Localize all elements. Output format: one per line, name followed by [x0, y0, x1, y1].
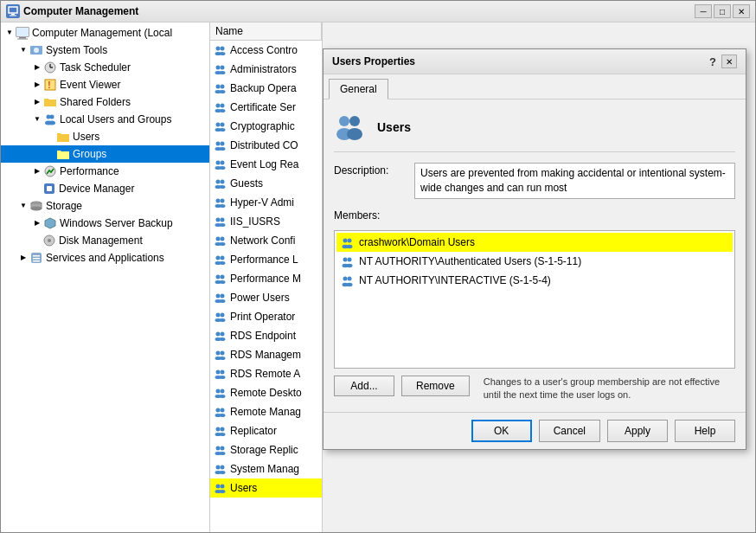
tree-item-groups-node[interactable]: Groups [1, 145, 209, 163]
tree-item-task-scheduler[interactable]: ▶ Task Scheduler [1, 59, 209, 76]
svg-point-132 [343, 238, 348, 242]
expand-arrow[interactable]: ▼ [32, 114, 42, 125]
dialog-close-button[interactable]: ✕ [721, 55, 737, 68]
dialog-help-icon[interactable]: ? [709, 55, 716, 68]
group-icon [214, 177, 227, 190]
tree-item-performance[interactable]: ▶ Performance [1, 163, 209, 180]
svg-point-107 [220, 395, 226, 398]
groups-folder-icon [56, 147, 70, 161]
tree-item-users-node[interactable]: Users [1, 128, 209, 145]
list-item[interactable]: IIS_IUSRS [210, 212, 322, 231]
list-item[interactable]: RDS Managem [210, 345, 322, 364]
tree-item-disk-management[interactable]: Disk Management [1, 232, 209, 249]
svg-point-48 [216, 123, 221, 127]
tab-general[interactable]: General [329, 79, 388, 100]
svg-point-44 [216, 104, 221, 108]
expand-arrow[interactable]: ▶ [32, 166, 42, 177]
svg-point-103 [220, 376, 226, 379]
device-manager-icon [42, 182, 56, 196]
list-item[interactable]: System Manag [210, 459, 322, 478]
ok-button[interactable]: OK [471, 420, 532, 442]
title-bar-buttons: ─ □ ✕ [695, 4, 750, 18]
list-item[interactable]: Power Users [210, 288, 322, 307]
group-icon [214, 43, 227, 57]
tree-item-services-apps[interactable]: ▶ Services and Applications [1, 249, 209, 266]
expand-arrow[interactable]: ▶ [32, 97, 42, 107]
help-button[interactable]: Help [675, 420, 735, 442]
list-item-label: Replicator [230, 423, 277, 439]
description-box[interactable]: Users are prevented from making accident… [414, 163, 735, 199]
member-item[interactable]: crashwork\Domain Users [336, 233, 733, 252]
list-item[interactable]: Print Operator [210, 307, 322, 326]
expand-arrow[interactable]: ▶ [32, 62, 42, 73]
member-icon [340, 234, 356, 250]
name-column-header[interactable]: Name [210, 22, 322, 40]
svg-point-89 [221, 313, 225, 318]
tab-bar: General [324, 74, 746, 100]
tree-item-event-viewer[interactable]: ▶ ! Event Viewer [1, 76, 209, 93]
svg-point-51 [220, 128, 226, 132]
tree-item-win-backup[interactable]: ▶ Windows Server Backup [1, 215, 209, 232]
list-item[interactable]: Cryptographic [210, 117, 322, 136]
members-list-box[interactable]: crashwork\Domain Users NT AUTHORITY\Auth… [334, 230, 735, 369]
apply-button[interactable]: Apply [607, 420, 668, 442]
svg-rect-1 [11, 14, 15, 16]
list-item[interactable]: Network Confi [210, 231, 322, 250]
list-item[interactable]: Remote Manag [210, 402, 322, 421]
list-item[interactable]: Administrators [210, 60, 322, 79]
svg-point-81 [221, 275, 225, 279]
tree-item-computer-mgmt[interactable]: ▼ Computer Management (Local [1, 24, 209, 42]
member-item[interactable]: NT AUTHORITY\Authenticated Users (S-1-5-… [336, 252, 733, 271]
tree-label: Windows Server Backup [60, 215, 173, 231]
list-item-label: Hyper-V Admi [230, 195, 294, 210]
services-icon [29, 251, 43, 265]
dialog-overlay: Users Properties ? ✕ General [323, 22, 755, 532]
maximize-button[interactable]: □ [714, 4, 731, 18]
cancel-button[interactable]: Cancel [539, 420, 600, 442]
tree-item-shared-folders[interactable]: ▶ Shared Folders [1, 93, 209, 111]
folder-icon [43, 95, 57, 109]
add-button[interactable]: Add... [334, 376, 394, 396]
tree-item-system-tools[interactable]: ▼ System Tools [1, 42, 209, 59]
list-item[interactable]: Distributed CO [210, 136, 322, 155]
member-item[interactable]: NT AUTHORITY\INTERACTIVE (S-1-5-4) [336, 271, 733, 290]
list-item[interactable]: Certificate Ser [210, 98, 322, 117]
minimize-button[interactable]: ─ [695, 4, 712, 18]
svg-rect-22 [47, 186, 52, 191]
list-item[interactable]: Event Log Rea [210, 155, 322, 174]
expand-arrow[interactable]: ▼ [18, 201, 29, 211]
list-item[interactable]: Performance L [210, 250, 322, 269]
list-item[interactable]: Remote Deskto [210, 383, 322, 402]
svg-point-59 [220, 166, 226, 170]
list-item[interactable]: RDS Remote A [210, 364, 322, 383]
list-panel: Name Access Contro Administrators Backup… [210, 22, 323, 532]
expand-arrow[interactable]: ▶ [18, 253, 29, 263]
list-item[interactable]: Backup Opera [210, 79, 322, 98]
list-item[interactable]: Access Contro [210, 41, 322, 60]
tree-label: Device Manager [59, 181, 134, 196]
list-item[interactable]: Storage Replic [210, 440, 322, 459]
footer-buttons: OK Cancel Apply Help [471, 420, 735, 442]
expand-arrow[interactable]: ▶ [32, 80, 42, 90]
tree-item-storage[interactable]: ▼ Storage [1, 197, 209, 215]
changes-section: Add... Remove Changes to a user's group … [334, 376, 735, 402]
svg-rect-2 [10, 16, 16, 16]
close-button[interactable]: ✕ [733, 4, 750, 18]
list-item[interactable]: Guests [210, 174, 322, 193]
expand-arrow[interactable]: ▼ [4, 28, 15, 38]
svg-rect-0 [9, 7, 17, 13]
expand-arrow[interactable]: ▼ [18, 45, 29, 55]
list-item[interactable]: RDS Endpoint [210, 326, 322, 345]
list-item[interactable]: Users [210, 478, 322, 498]
svg-point-72 [216, 237, 221, 241]
svg-point-91 [220, 318, 226, 322]
list-item[interactable]: Performance M [210, 269, 322, 288]
svg-point-77 [221, 256, 225, 260]
list-item[interactable]: Hyper-V Admi [210, 193, 322, 212]
expand-arrow[interactable]: ▶ [32, 218, 42, 228]
tree-item-device-manager[interactable]: Device Manager [1, 180, 209, 197]
remove-button[interactable]: Remove [401, 376, 470, 396]
tree-item-local-users[interactable]: ▼ Local Users and Groups [1, 111, 209, 128]
tree-label: Disk Management [59, 233, 143, 248]
list-item[interactable]: Replicator [210, 421, 322, 440]
